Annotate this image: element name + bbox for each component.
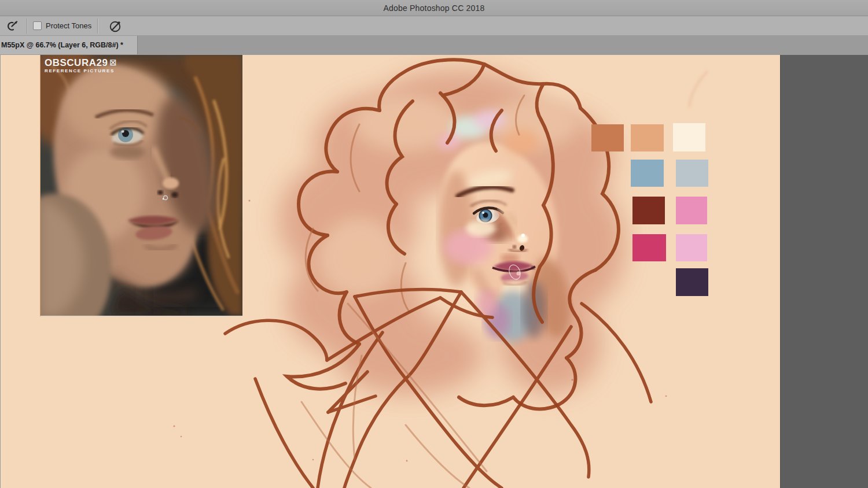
paint-swatch bbox=[676, 234, 707, 261]
paint-swatch bbox=[591, 124, 624, 151]
paint-swatch bbox=[632, 234, 666, 261]
paint-swatch bbox=[673, 123, 705, 151]
protect-tones-control[interactable]: Protect Tones bbox=[33, 21, 91, 30]
window-title: Adobe Photoshop CC 2018 bbox=[383, 3, 484, 13]
paint-swatch bbox=[632, 197, 665, 224]
options-bar: Protect Tones bbox=[0, 16, 868, 36]
watermark-tagline: REFERENCE PICTURES bbox=[45, 69, 117, 73]
paint-swatch bbox=[676, 160, 708, 187]
paint-swatch bbox=[631, 160, 664, 187]
watermark: OBSCURA29 ⊠ REFERENCE PICTURES bbox=[45, 58, 117, 73]
paint-swatch bbox=[676, 268, 708, 296]
burn-tool-icon[interactable] bbox=[3, 19, 21, 34]
protect-tones-checkbox[interactable] bbox=[33, 21, 42, 30]
paint-swatch bbox=[676, 197, 707, 224]
document-tab[interactable]: M55pX @ 66.7% (Layer 6, RGB/8#) * bbox=[0, 36, 138, 54]
divider bbox=[27, 19, 27, 34]
titlebar: Adobe Photoshop CC 2018 bbox=[0, 0, 868, 16]
document-tab-label: M55pX @ 66.7% (Layer 6, RGB/8#) * bbox=[1, 41, 123, 49]
reference-photo: OBSCURA29 ⊠ REFERENCE PICTURES bbox=[40, 55, 242, 317]
pasteboard bbox=[780, 55, 868, 488]
workspace: OBSCURA29 ⊠ REFERENCE PICTURES bbox=[0, 55, 868, 488]
canvas-document[interactable]: OBSCURA29 ⊠ REFERENCE PICTURES bbox=[0, 55, 780, 488]
divider bbox=[97, 19, 98, 34]
paint-swatch bbox=[631, 124, 664, 151]
obscura-logo-icon: ⊠ bbox=[109, 58, 117, 66]
protect-tones-label: Protect Tones bbox=[46, 21, 91, 30]
photoshop-window: Adobe Photoshop CC 2018 Protect Tones bbox=[0, 0, 868, 488]
watermark-brand: OBSCURA29 bbox=[45, 58, 108, 68]
document-tab-bar: M55pX @ 66.7% (Layer 6, RGB/8#) * bbox=[0, 36, 868, 56]
reference-photo-image bbox=[41, 55, 242, 316]
airbrush-pressure-icon[interactable] bbox=[107, 19, 124, 34]
